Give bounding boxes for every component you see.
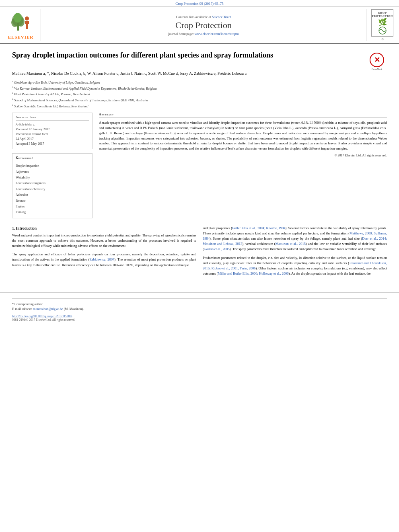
- affiliation-e: e SciCon Scientific Consultants Ltd, Rot…: [12, 103, 387, 109]
- abstract-title: Abstract: [99, 113, 387, 118]
- authors-text: Mathieu Massinon a, *, Nicolas De Cock a…: [12, 71, 247, 76]
- crossmark-label: CrossMark: [372, 68, 383, 70]
- crop-logo-icon: 🌿: [378, 18, 387, 27]
- svg-point-4: [14, 13, 22, 23]
- journal-center: Contents lists available at ScienceDirec…: [45, 9, 362, 41]
- svg-point-5: [25, 16, 29, 21]
- affiliations: a Gembloux Agro-Bio Tech, University of …: [12, 79, 387, 109]
- intro-paragraph-1: Weed and pest control is important in cr…: [12, 233, 196, 249]
- sciencedirect-link[interactable]: ScienceDirect: [212, 15, 231, 19]
- copyright-text: © 2017 Elsevier Ltd. All rights reserved…: [99, 154, 387, 157]
- svg-rect-10: [27, 26, 28, 29]
- ref-zabkiewicz[interactable]: Zabkiewicz, 2007: [90, 257, 115, 261]
- keyword-6: Adhesion: [16, 192, 89, 198]
- elsevier-logo: ELSEVIER: [5, 9, 41, 41]
- ref-josserand[interactable]: Josserand and Thoroddsen, 2016; Rioboo e…: [203, 261, 387, 270]
- affiliation-c: c Plant Protection Chemistry NZ Ltd, Rot…: [12, 91, 387, 97]
- right-paragraph-2: Predominant parameters related to the dr…: [203, 255, 387, 277]
- ref-miller[interactable]: Miller and Butler Ellis, 2000; Holloway …: [218, 271, 289, 275]
- ref-butler-ellis[interactable]: Butler Ellis et al., 2004; Knoche, 1994: [232, 226, 285, 230]
- intro-column: 1. Introduction Weed and pest control is…: [12, 226, 196, 280]
- crossmark-icon[interactable]: ✕: [370, 53, 384, 67]
- accepted-date: Accepted 3 May 2017: [16, 142, 89, 146]
- issn-line: 0261-2194/© 2017 Elsevier Ltd. All right…: [12, 318, 387, 322]
- affiliation-d: d School of Mathematical Sciences, Queen…: [12, 97, 387, 103]
- keywords-box: Keywords: Droplet impaction Adjuvants We…: [12, 153, 93, 218]
- email-line: E-mail address: m.massinon@ulg.ac.be (M.…: [12, 307, 387, 312]
- journal-title: Crop Protection: [175, 20, 232, 31]
- journal-header: ELSEVIER Contents lists available at Sci…: [0, 7, 399, 44]
- ref-massinon2015[interactable]: Massinon et al., 2015: [276, 242, 306, 246]
- crop-logo-graphic: [375, 27, 390, 35]
- keyword-7: Bounce: [16, 198, 89, 204]
- ref-gaskin[interactable]: Gaskin et al., 2005: [204, 247, 230, 251]
- received-date: Received 12 January 2017: [16, 127, 89, 132]
- crop-logo-text: CROPPROTECTION: [372, 11, 393, 18]
- title-row: Spray droplet impaction outcomes for dif…: [12, 51, 387, 70]
- elsevier-brand: ELSEVIER: [8, 35, 34, 39]
- keyword-1: Droplet impaction: [16, 163, 89, 169]
- citation-text: Crop Protection 99 (2017) 65–75: [175, 2, 224, 6]
- right-paragraph-1: and plant properties (Butler Ellis et al…: [203, 226, 387, 252]
- email-label: E-mail address:: [12, 307, 33, 311]
- keywords-title: Keywords:: [16, 156, 89, 161]
- footer-rule: [12, 298, 387, 299]
- homepage-line: journal homepage: www.elsevier.com/locat…: [168, 32, 239, 36]
- svg-rect-8: [27, 21, 29, 24]
- corresponding-note: * Corresponding author.: [12, 302, 387, 307]
- authors-line: Mathieu Massinon a, *, Nicolas De Cock a…: [12, 70, 387, 77]
- footer: * Corresponding author. E-mail address: …: [0, 292, 399, 322]
- history-label: Article history:: [16, 123, 89, 126]
- keyword-5: Leaf surface chemistry: [16, 187, 89, 192]
- affiliation-b: b Von Karman Institute, Environmental an…: [12, 85, 387, 91]
- affiliation-a: a Gembloux Agro-Bio Tech, University of …: [12, 79, 387, 85]
- doi-link[interactable]: http://dx.doi.org/10.1016/j.cropro.2017.…: [12, 314, 72, 318]
- received-revised: Received in revised form24 April 2017: [16, 132, 89, 142]
- article-title: Spray droplet impaction outcomes for dif…: [12, 51, 273, 60]
- keyword-2: Adjuvants: [16, 169, 89, 175]
- keywords-list: Droplet impaction Adjuvants Wettability …: [16, 163, 89, 216]
- corresponding-text: * Corresponding author.: [12, 302, 43, 306]
- intro-heading: 1. Introduction: [12, 226, 196, 230]
- contents-line: Contents lists available at ScienceDirec…: [176, 15, 231, 19]
- email-name: (M. Massinon).: [64, 307, 84, 311]
- journal-logo-right: CROPPROTECTION 🌿 ⚙: [366, 9, 394, 41]
- elsevier-tree-icon: [9, 11, 33, 33]
- continuation-column: and plant properties (Butler Ellis et al…: [203, 226, 387, 280]
- article-body: Spray droplet impaction outcomes for dif…: [0, 44, 399, 286]
- journal-citation: Crop Protection 99 (2017) 65–75: [0, 0, 399, 7]
- svg-rect-9: [26, 26, 27, 29]
- keyword-3: Wettability: [16, 175, 89, 181]
- main-content: 1. Introduction Weed and pest control is…: [12, 226, 387, 280]
- crop-protection-logo: CROPPROTECTION 🌿: [371, 9, 393, 37]
- abstract-text: A track-sprayer combined with a high-spe…: [99, 120, 387, 151]
- info-abstract-section: Article Info Article history: Received 1…: [12, 113, 387, 218]
- keyword-4: Leaf surface roughness: [16, 181, 89, 186]
- svg-rect-7: [25, 21, 27, 24]
- keyword-9: Pinning: [16, 210, 89, 215]
- crossmark[interactable]: ✕ CrossMark: [367, 53, 387, 70]
- homepage-text: journal homepage:: [168, 32, 195, 36]
- abstract-column: Abstract A track-sprayer combined with a…: [99, 113, 387, 218]
- left-column: Article Info Article history: Received 1…: [12, 113, 93, 218]
- homepage-link[interactable]: www.elsevier.com/locate/cropro: [195, 32, 239, 36]
- logo-caption: ⚙: [381, 38, 384, 41]
- contents-text: Contents lists available at: [176, 15, 212, 19]
- article-info-title: Article Info: [16, 115, 89, 121]
- email-link[interactable]: m.massinon@ulg.ac.be: [33, 307, 63, 311]
- keyword-8: Shatter: [16, 204, 89, 210]
- ref-matthews[interactable]: Matthews, 2008; Spillman, 1984: [203, 231, 387, 240]
- article-info-box: Article Info Article history: Received 1…: [12, 113, 93, 149]
- intro-paragraph-2: The spray application and efficacy of fo…: [12, 252, 196, 268]
